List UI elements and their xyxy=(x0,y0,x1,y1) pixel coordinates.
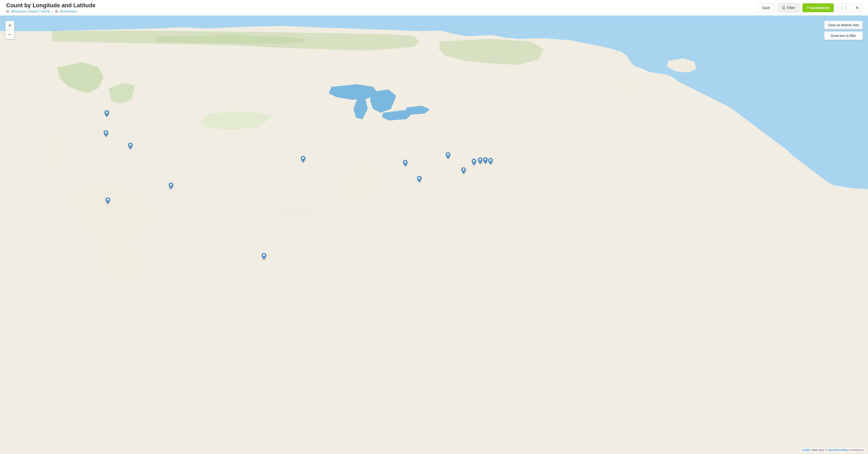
attribution-text: | Map data © xyxy=(811,448,828,451)
settings-button[interactable]: ⋮⋮ xyxy=(837,3,850,12)
svg-point-13 xyxy=(418,177,420,179)
breadcrumb-source[interactable]: Metabase Laravel Tutorial xyxy=(11,9,50,13)
filter-icon: ☰ xyxy=(782,6,785,10)
map-pin-pin-boise[interactable] xyxy=(127,143,133,151)
svg-point-10 xyxy=(484,158,486,161)
svg-point-14 xyxy=(263,254,265,256)
header-left: Count by Longitude and Latitude ⊞ Metaba… xyxy=(6,2,757,13)
save-button[interactable]: Save xyxy=(757,3,775,12)
refresh-button[interactable]: ↻ xyxy=(853,3,862,12)
map-pin-pin-columbus[interactable] xyxy=(416,176,422,184)
osm-link[interactable]: OpenStreetMap xyxy=(828,448,848,451)
svg-point-5 xyxy=(302,157,304,159)
map-pin-pin-boston4[interactable] xyxy=(487,158,494,166)
filter-button[interactable]: ☰ Filter xyxy=(778,3,799,12)
map-pin-pin-boston1[interactable] xyxy=(471,159,477,167)
settings-icon: ⋮⋮ xyxy=(840,6,847,10)
svg-point-8 xyxy=(473,160,475,162)
svg-point-9 xyxy=(479,159,481,161)
zoom-controls: + − xyxy=(5,21,14,39)
attribution-contributors: contributors xyxy=(849,448,864,451)
map-pin-pin-buffalo[interactable] xyxy=(445,152,451,161)
summarize-button[interactable]: + Summarize xyxy=(803,3,834,12)
map-attribution: Leaflet | Map data © OpenStreetMap contr… xyxy=(800,448,865,452)
header: Count by Longitude and Latitude ⊞ Metaba… xyxy=(0,0,868,16)
zoom-in-button[interactable]: + xyxy=(5,21,14,30)
refresh-icon: ↻ xyxy=(856,6,859,10)
map-pin-pin-houston[interactable] xyxy=(261,253,267,261)
header-right: Save ☰ Filter + Summarize ⋮⋮ ↻ xyxy=(757,3,862,12)
zoom-out-button[interactable]: − xyxy=(5,30,14,39)
svg-point-11 xyxy=(489,159,492,161)
page-title: Count by Longitude and Latitude xyxy=(6,2,757,9)
breadcrumb-table[interactable]: Businesses xyxy=(60,9,77,13)
database-icon: ⊞ xyxy=(6,9,9,13)
svg-point-7 xyxy=(447,153,449,155)
svg-point-2 xyxy=(129,144,131,146)
map-overlay-buttons: Save as default view Draw box to filter xyxy=(824,21,863,40)
map-container[interactable]: + − Save as default view Draw box to fil… xyxy=(0,16,868,454)
svg-point-0 xyxy=(106,111,108,113)
svg-point-3 xyxy=(107,198,109,201)
svg-point-4 xyxy=(170,184,172,186)
map-pin-pin-san-jose[interactable] xyxy=(104,197,111,206)
svg-point-1 xyxy=(105,132,107,134)
breadcrumb: ⊞ Metabase Laravel Tutorial › ⊞ Business… xyxy=(6,9,757,13)
leaflet-link[interactable]: Leaflet xyxy=(801,448,810,451)
map-pin-pin-minneapolis[interactable] xyxy=(300,156,306,164)
map-pin-pin-detroit[interactable] xyxy=(402,160,408,168)
map-pin-pin-portland[interactable] xyxy=(103,130,109,139)
svg-point-12 xyxy=(463,168,465,171)
breadcrumb-sep: › xyxy=(52,9,53,13)
map-pin-pin-seattle[interactable] xyxy=(103,110,110,119)
draw-box-filter-button[interactable]: Draw box to filter xyxy=(824,31,863,40)
map-pin-pin-denver[interactable] xyxy=(168,183,174,191)
map-land-svg xyxy=(0,16,868,454)
grid-icon: ⊞ xyxy=(55,9,58,13)
svg-point-6 xyxy=(404,161,406,163)
map-pin-pin-nyc[interactable] xyxy=(460,167,467,176)
save-default-view-button[interactable]: Save as default view xyxy=(824,21,863,29)
